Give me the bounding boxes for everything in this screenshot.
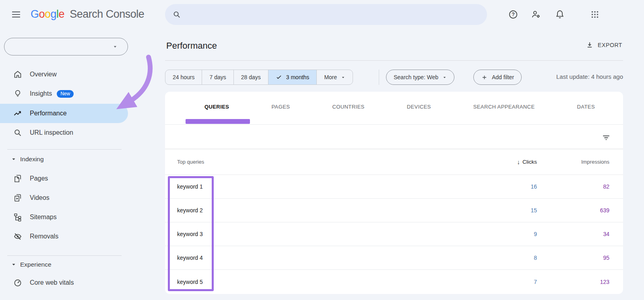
table-row[interactable]: keyword 1 16 82: [165, 175, 623, 199]
filter-list-icon: [602, 133, 611, 142]
check-icon: [276, 74, 282, 80]
apps-grid-button[interactable]: [587, 6, 603, 23]
query-cell: keyword 3: [177, 231, 485, 237]
column-header-impressions[interactable]: Impressions: [537, 159, 609, 165]
sitemap-icon: [13, 212, 23, 222]
table-row[interactable]: keyword 4 8 95: [165, 246, 623, 270]
clicks-cell: 16: [485, 183, 537, 190]
eye-off-icon: [13, 232, 23, 241]
lightbulb-icon: [13, 89, 23, 99]
section-label: Experience: [20, 261, 52, 268]
impressions-cell: 639: [537, 207, 609, 214]
last-update-text: Last update: 4 hours ago: [556, 73, 623, 80]
speedometer-icon: [13, 278, 23, 288]
sidebar-item-label: Videos: [30, 194, 50, 201]
help-icon: ?: [508, 9, 518, 20]
help-button[interactable]: ?: [505, 6, 521, 23]
sidebar-item-core-web-vitals[interactable]: Core web vitals: [0, 273, 128, 292]
tab-search-appearance[interactable]: SEARCH APPEARANCE: [473, 104, 535, 110]
person-gear-icon: [531, 9, 541, 20]
impressions-cell: 95: [537, 255, 609, 261]
caret-down-icon: [442, 75, 447, 80]
sidebar-item-pages[interactable]: Pages: [0, 169, 128, 188]
videos-icon: [13, 193, 23, 203]
plus-icon: [481, 74, 488, 81]
new-badge: New: [57, 90, 74, 98]
main-content: Performance EXPORT 24 hours 7 days 28 da…: [165, 29, 623, 300]
active-tab-underline-annotation: [186, 119, 250, 124]
tab-queries[interactable]: QUERIES: [204, 104, 229, 110]
table-filter-button[interactable]: [598, 129, 614, 146]
chevron-down-icon: [112, 44, 118, 49]
svg-text:?: ?: [512, 12, 515, 17]
table-header-row: Top queries ↓ Clicks Impressions: [165, 149, 623, 175]
search-input[interactable]: [186, 11, 480, 18]
date-range-more[interactable]: More: [317, 70, 353, 84]
product-name: Search Console: [70, 8, 144, 20]
app-logo[interactable]: Google Search Console: [31, 8, 144, 21]
home-icon: [13, 70, 23, 79]
date-range-7-days[interactable]: 7 days: [202, 70, 233, 84]
page-title: Performance: [166, 41, 217, 51]
export-label: EXPORT: [598, 42, 622, 48]
table-row[interactable]: keyword 5 7 123: [165, 270, 623, 294]
google-logo-text: Google: [31, 8, 64, 20]
sidebar-item-url-inspection[interactable]: URL inspection: [0, 123, 128, 142]
topbar: Google Search Console ?: [0, 0, 644, 29]
sidebar: Overview Insights New Performance URL in…: [0, 29, 161, 300]
global-search-bar[interactable]: [165, 4, 487, 25]
sidebar-divider: [7, 149, 122, 150]
table-row[interactable]: keyword 3 9 34: [165, 222, 623, 246]
tab-countries[interactable]: COUNTRIES: [332, 104, 364, 110]
sidebar-section-indexing[interactable]: Indexing: [0, 151, 128, 167]
title-divider: [165, 60, 623, 61]
impressions-cell: 82: [537, 183, 609, 190]
clicks-header-label: Clicks: [522, 159, 537, 165]
search-type-label: Search type: Web: [394, 74, 438, 80]
menu-button[interactable]: [10, 7, 25, 22]
sidebar-item-performance[interactable]: Performance: [0, 104, 128, 123]
manage-users-button[interactable]: [528, 6, 544, 23]
impressions-cell: 123: [537, 279, 609, 285]
date-range-28-days[interactable]: 28 days: [234, 70, 268, 84]
clicks-cell: 8: [485, 255, 537, 261]
date-range-group: 24 hours 7 days 28 days 3 months More: [165, 70, 353, 85]
clicks-cell: 9: [485, 231, 537, 237]
controls-divider: [379, 70, 379, 85]
clicks-cell: 15: [485, 207, 537, 214]
tab-pages[interactable]: PAGES: [271, 104, 290, 110]
download-icon: [586, 41, 594, 49]
date-range-3-months[interactable]: 3 months: [268, 70, 317, 84]
apps-grid-icon: [590, 9, 600, 20]
clicks-cell: 7: [485, 279, 537, 285]
column-header-top-queries: Top queries: [177, 159, 485, 165]
sidebar-section-experience[interactable]: Experience: [0, 257, 128, 273]
sidebar-item-label: Overview: [30, 71, 57, 78]
add-filter-label: Add filter: [492, 74, 514, 80]
query-cell: keyword 2: [177, 207, 485, 214]
sidebar-item-overview[interactable]: Overview: [0, 65, 128, 84]
export-button[interactable]: EXPORT: [586, 41, 622, 49]
sidebar-item-label: Pages: [30, 175, 48, 182]
sidebar-item-insights[interactable]: Insights New: [0, 84, 128, 103]
sidebar-item-label: URL inspection: [30, 129, 73, 136]
sidebar-item-label: Sitemaps: [30, 214, 57, 221]
sidebar-item-sitemaps[interactable]: Sitemaps: [0, 208, 128, 227]
tab-devices[interactable]: DEVICES: [407, 104, 431, 110]
sidebar-item-label: Core web vitals: [30, 279, 74, 286]
property-selector[interactable]: [4, 38, 128, 55]
table-toolbar: [165, 125, 623, 149]
table-row[interactable]: keyword 2 15 639: [165, 199, 623, 222]
sidebar-divider: [7, 255, 122, 256]
more-label: More: [324, 74, 337, 80]
add-filter-button[interactable]: Add filter: [473, 70, 522, 85]
search-type-dropdown[interactable]: Search type: Web: [386, 70, 454, 85]
column-header-clicks[interactable]: ↓ Clicks: [485, 158, 537, 165]
date-range-24-hours[interactable]: 24 hours: [165, 70, 202, 84]
magnifier-icon: [13, 128, 23, 138]
sidebar-item-label: Removals: [30, 233, 58, 240]
sidebar-item-removals[interactable]: Removals: [0, 227, 128, 246]
sidebar-item-videos[interactable]: Videos: [0, 188, 128, 208]
notifications-button[interactable]: [552, 6, 568, 23]
tab-dates[interactable]: DATES: [577, 104, 595, 110]
